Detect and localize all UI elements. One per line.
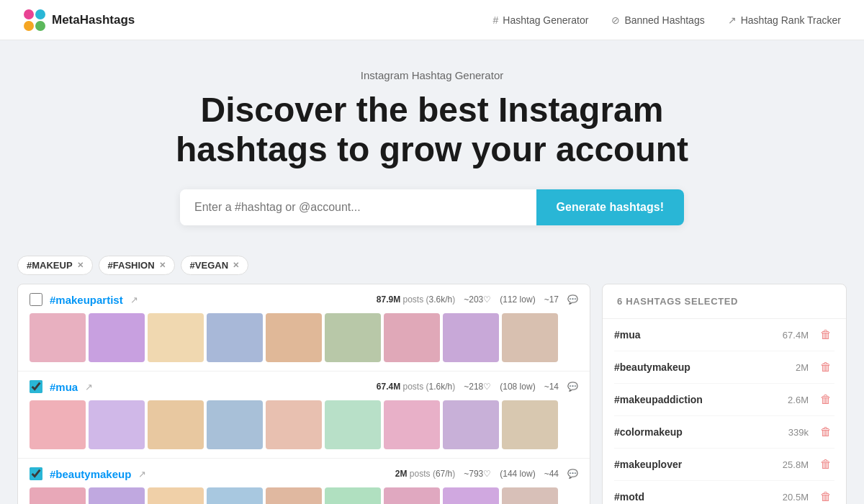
thumb xyxy=(148,313,204,362)
close-vegan-icon[interactable]: ✕ xyxy=(233,261,239,270)
selected-tag-beautymakeup: #beautymakeup xyxy=(614,361,796,373)
thumb xyxy=(266,400,322,449)
main-nav: # Hashtag Generator ⊘ Banned Hashtags ↗ … xyxy=(493,14,841,26)
checkbox-beautymakeup[interactable] xyxy=(30,467,42,480)
generate-button[interactable]: Generate hashtags! xyxy=(536,189,684,225)
selected-item-motd: #motd 20.5M 🗑 xyxy=(614,481,834,504)
stats-makeupartist: 87.9M posts (3.6k/h) ~203♡ (112 low) ~17… xyxy=(377,294,578,305)
thumb xyxy=(207,400,263,449)
filter-tag-makeup[interactable]: #MAKEUP ✕ xyxy=(17,256,93,275)
selected-tag-makeupaddiction-count: 2.6M xyxy=(788,395,809,405)
search-input[interactable] xyxy=(180,189,536,225)
logo-icon xyxy=(23,9,46,32)
selected-hashtag-list: #mua 67.4M 🗑 #beautymakeup 2M 🗑 #makeupa… xyxy=(603,319,846,504)
selected-item-colormakeup: #colormakeup 339k 🗑 xyxy=(614,416,834,449)
selected-tag-colormakeup-count: 339k xyxy=(788,427,809,438)
thumb xyxy=(30,400,86,449)
thumb xyxy=(443,400,499,449)
delete-colormakeup-button[interactable]: 🗑 xyxy=(817,425,834,439)
thumb xyxy=(89,313,145,362)
thumb xyxy=(266,313,322,362)
hashtag-row-beautymakeup: #beautymakeup ↗ 2M posts (67/h) ~793♡ (1… xyxy=(18,459,590,504)
hashtag-row-mua: #mua ↗ 67.4M posts (1.6k/h) ~218♡ (108 l… xyxy=(18,372,590,459)
svg-point-3 xyxy=(35,21,45,31)
thumb xyxy=(89,487,145,504)
hashtag-name-mua[interactable]: #mua xyxy=(50,381,78,393)
selected-count-header: 6 HASHTAGS SELECTED xyxy=(603,284,846,319)
banned-icon: ⊘ xyxy=(611,14,620,26)
selected-tag-colormakeup: #colormakeup xyxy=(614,426,788,438)
selected-tag-makeuplover: #makeuplover xyxy=(614,459,783,470)
external-link-icon-beautymakeup[interactable]: ↗ xyxy=(138,469,146,480)
delete-makeuplover-button[interactable]: 🗑 xyxy=(817,457,834,472)
thumb xyxy=(148,400,204,449)
thumb xyxy=(30,313,86,362)
svg-point-0 xyxy=(24,9,34,19)
nav-rank-tracker[interactable]: ↗ Hashtag Rank Tracker xyxy=(728,14,841,26)
thumb xyxy=(384,313,440,362)
hero-subtitle: Instagram Hashtag Generator xyxy=(14,69,850,81)
images-strip-mua xyxy=(30,400,578,449)
thumb xyxy=(30,487,86,504)
search-bar: Generate hashtags! xyxy=(180,189,684,225)
svg-point-1 xyxy=(35,9,45,19)
delete-makeupaddiction-button[interactable]: 🗑 xyxy=(817,392,834,407)
thumb xyxy=(148,487,204,504)
hero-section: Instagram Hashtag Generator Discover the… xyxy=(0,40,864,247)
thumb xyxy=(384,487,440,504)
thumb xyxy=(502,313,558,362)
thumb xyxy=(325,487,381,504)
thumb xyxy=(325,313,381,362)
hash-icon: # xyxy=(493,14,499,26)
main-layout: #makeupartist ↗ 87.9M posts (3.6k/h) ~20… xyxy=(0,284,864,504)
delete-beautymakeup-button[interactable]: 🗑 xyxy=(817,360,834,374)
selected-tag-mua-count: 67.4M xyxy=(783,330,809,341)
external-link-icon-makeupartist[interactable]: ↗ xyxy=(130,294,138,305)
nav-banned-hashtags[interactable]: ⊘ Banned Hashtags xyxy=(611,14,704,26)
selected-tag-mua: #mua xyxy=(614,329,783,341)
thumb xyxy=(384,400,440,449)
chart-icon: ↗ xyxy=(728,14,737,26)
thumb xyxy=(266,487,322,504)
selected-hashtags-panel: 6 HASHTAGS SELECTED #mua 67.4M 🗑 #beauty… xyxy=(602,284,847,504)
delete-motd-button[interactable]: 🗑 xyxy=(817,490,834,504)
delete-mua-button[interactable]: 🗑 xyxy=(817,328,834,342)
thumb xyxy=(443,487,499,504)
logo-text: MetaHashtags xyxy=(52,13,135,27)
filter-tag-fashion[interactable]: #FASHION ✕ xyxy=(99,256,175,275)
checkbox-makeupartist[interactable] xyxy=(30,293,42,306)
hero-title: Discover the best Instagram hashtags to … xyxy=(14,90,850,169)
selected-tag-motd: #motd xyxy=(614,491,783,503)
external-link-icon-mua[interactable]: ↗ xyxy=(85,382,93,392)
checkbox-mua[interactable] xyxy=(30,380,42,393)
thumb xyxy=(89,400,145,449)
selected-tag-motd-count: 20.5M xyxy=(783,492,809,503)
images-strip-beautymakeup xyxy=(30,487,578,504)
hashtag-name-beautymakeup[interactable]: #beautymakeup xyxy=(50,468,131,480)
selected-tag-makeuplover-count: 25.8M xyxy=(783,459,809,470)
hashtag-row-makeupartist: #makeupartist ↗ 87.9M posts (3.6k/h) ~20… xyxy=(18,284,590,372)
selected-item-makeuplover: #makeuplover 25.8M 🗑 xyxy=(614,449,834,481)
close-makeup-icon[interactable]: ✕ xyxy=(77,261,84,270)
thumb xyxy=(207,487,263,504)
thumb xyxy=(502,400,558,449)
logo[interactable]: MetaHashtags xyxy=(23,9,135,32)
hashtag-results-panel: #makeupartist ↗ 87.9M posts (3.6k/h) ~20… xyxy=(17,284,590,504)
thumb xyxy=(325,400,381,449)
selected-item-makeupaddiction: #makeupaddiction 2.6M 🗑 xyxy=(614,384,834,416)
svg-point-2 xyxy=(24,21,34,31)
hashtag-name-makeupartist[interactable]: #makeupartist xyxy=(50,294,123,306)
thumb xyxy=(207,313,263,362)
selected-tag-makeupaddiction: #makeupaddiction xyxy=(614,394,788,405)
close-fashion-icon[interactable]: ✕ xyxy=(159,261,166,270)
thumb xyxy=(443,313,499,362)
images-strip-makeupartist xyxy=(30,313,578,362)
filter-tag-vegan[interactable]: #VEGAN ✕ xyxy=(181,256,248,275)
selected-item-beautymakeup: #beautymakeup 2M 🗑 xyxy=(614,351,834,384)
thumb xyxy=(502,487,558,504)
selected-tag-beautymakeup-count: 2M xyxy=(796,362,809,373)
nav-hashtag-generator[interactable]: # Hashtag Generator xyxy=(493,14,589,26)
stats-mua: 67.4M posts (1.6k/h) ~218♡ (108 low) ~14… xyxy=(377,382,578,392)
header: MetaHashtags # Hashtag Generator ⊘ Banne… xyxy=(0,0,864,40)
filter-tags-row: #MAKEUP ✕ #FASHION ✕ #VEGAN ✕ xyxy=(0,247,864,284)
